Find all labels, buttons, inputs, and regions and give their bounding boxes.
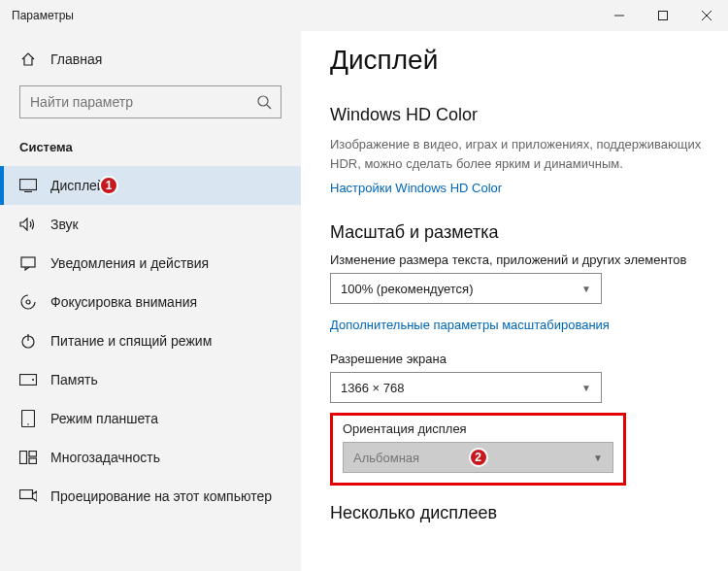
- svg-point-15: [27, 423, 29, 425]
- close-button[interactable]: [684, 0, 728, 31]
- svg-point-4: [258, 96, 268, 106]
- maximize-button[interactable]: [641, 0, 684, 31]
- svg-rect-19: [20, 490, 33, 499]
- main-content: Дисплей Windows HD Color Изображение в в…: [301, 31, 728, 571]
- search-icon: [255, 93, 273, 111]
- sidebar-item-multitask[interactable]: Многозадачность: [0, 438, 301, 477]
- home-icon: [19, 50, 37, 68]
- annotation-badge-1: 1: [99, 176, 118, 195]
- search-field[interactable]: [30, 94, 255, 110]
- sidebar-item-storage[interactable]: Память: [0, 360, 301, 399]
- hd-color-heading: Windows HD Color: [330, 105, 703, 125]
- svg-point-13: [32, 379, 34, 381]
- resolution-dropdown[interactable]: 1366 × 768 ▼: [330, 372, 602, 403]
- sidebar-item-label: Звук: [50, 217, 79, 232]
- sidebar-item-focus[interactable]: Фокусировка внимания: [0, 283, 301, 321]
- scale-change-label: Изменение размера текста, приложений и д…: [330, 252, 703, 267]
- svg-rect-17: [29, 452, 37, 457]
- scale-adv-link[interactable]: Дополнительные параметры масштабирования: [330, 318, 610, 332]
- power-icon: [19, 332, 37, 350]
- sidebar-item-label: Память: [50, 372, 98, 387]
- storage-icon: [19, 371, 37, 388]
- scale-dropdown[interactable]: 100% (рекомендуется) ▼: [330, 273, 602, 304]
- projecting-icon: [19, 487, 37, 505]
- sidebar-item-display[interactable]: Дисплей 1: [0, 166, 301, 205]
- sound-icon: [19, 216, 37, 233]
- svg-line-5: [267, 105, 271, 109]
- sidebar: Главная Система Дисплей 1 Звук Уведомлен…: [0, 31, 301, 571]
- resolution-label: Разрешение экрана: [330, 352, 703, 366]
- orientation-dropdown[interactable]: Альбомная ▼ 2: [343, 442, 613, 473]
- multidisplay-heading: Несколько дисплеев: [330, 503, 703, 523]
- svg-rect-8: [21, 257, 35, 267]
- multitask-icon: [19, 449, 37, 466]
- display-icon: [19, 177, 37, 194]
- sidebar-item-label: Режим планшета: [50, 411, 158, 426]
- window-title: Параметры: [12, 9, 597, 22]
- resolution-value: 1366 × 768: [341, 381, 404, 395]
- titlebar: Параметры: [0, 0, 728, 31]
- home-link[interactable]: Главная: [0, 43, 301, 76]
- focus-icon: [19, 293, 37, 311]
- hd-color-link[interactable]: Настройки Windows HD Color: [330, 181, 502, 195]
- svg-rect-1: [658, 12, 667, 20]
- sidebar-item-power[interactable]: Питание и спящий режим: [0, 321, 301, 360]
- svg-rect-16: [20, 452, 27, 464]
- orientation-label: Ориентация дисплея: [343, 421, 613, 436]
- svg-rect-18: [29, 458, 37, 464]
- search-input[interactable]: [19, 85, 281, 118]
- tablet-icon: [19, 410, 37, 427]
- sidebar-item-projecting[interactable]: Проецирование на этот компьютер: [0, 477, 301, 516]
- home-label: Главная: [50, 51, 102, 67]
- svg-rect-6: [20, 180, 37, 190]
- sidebar-item-sound[interactable]: Звук: [0, 205, 301, 244]
- minimize-button[interactable]: [597, 0, 641, 31]
- scale-heading: Масштаб и разметка: [330, 222, 703, 243]
- category-label: Система: [0, 136, 301, 166]
- sidebar-item-notifications[interactable]: Уведомления и действия: [0, 244, 301, 283]
- sidebar-item-label: Многозадачность: [50, 450, 160, 465]
- page-title: Дисплей: [330, 45, 703, 76]
- sidebar-item-label: Проецирование на этот компьютер: [50, 488, 272, 504]
- orientation-value: Альбомная: [353, 451, 419, 465]
- sidebar-item-tablet[interactable]: Режим планшета: [0, 399, 301, 438]
- sidebar-item-label: Питание и спящий режим: [50, 333, 212, 349]
- chevron-down-icon: ▼: [581, 383, 591, 393]
- sidebar-item-label: Дисплей: [50, 178, 105, 193]
- chevron-down-icon: ▼: [581, 284, 591, 294]
- svg-point-9: [26, 300, 30, 304]
- annotation-badge-2: 2: [469, 448, 488, 467]
- sidebar-item-label: Уведомления и действия: [50, 255, 209, 271]
- hd-color-desc: Изображение в видео, играх и приложениях…: [330, 135, 703, 173]
- chevron-down-icon: ▼: [593, 453, 603, 463]
- annotation-highlight-box: Ориентация дисплея Альбомная ▼ 2: [330, 413, 626, 486]
- sidebar-item-label: Фокусировка внимания: [50, 294, 197, 310]
- scale-value: 100% (рекомендуется): [341, 282, 473, 296]
- notifications-icon: [19, 254, 37, 272]
